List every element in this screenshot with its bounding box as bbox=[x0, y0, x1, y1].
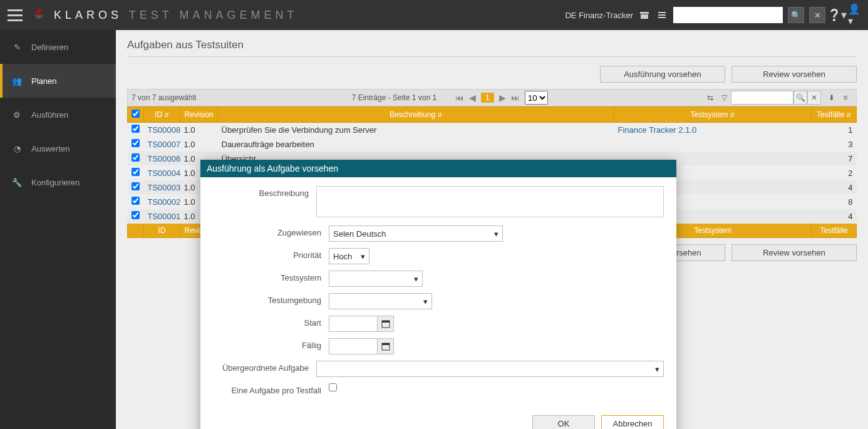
top-actions: Ausführung vorsehen Review vorsehen bbox=[127, 66, 857, 83]
next-page-icon[interactable]: ▶ bbox=[499, 93, 506, 103]
label-per-case: Eine Aufgabe pro Testfall bbox=[213, 383, 329, 395]
th-desc[interactable]: Beschreibung bbox=[218, 107, 614, 123]
cell-cases: 8 bbox=[812, 195, 857, 209]
th-check[interactable] bbox=[128, 107, 144, 123]
user-icon[interactable]: 👤▾ bbox=[848, 9, 860, 21]
chart-icon: ◔ bbox=[11, 143, 23, 154]
environment-select[interactable] bbox=[329, 293, 432, 309]
testsystem-link[interactable]: Finance Tracker 2.1.0 bbox=[618, 125, 697, 135]
users-icon: 👥 bbox=[11, 75, 23, 86]
svg-rect-7 bbox=[382, 321, 390, 323]
priority-select[interactable]: Hoch bbox=[329, 248, 369, 264]
sidebar-item-auswerten[interactable]: ◔ Auswerten bbox=[0, 132, 116, 165]
cell-cases: 3 bbox=[812, 137, 857, 152]
search-button[interactable]: 🔍 bbox=[788, 7, 804, 23]
testsuite-id-link[interactable]: TS00002 bbox=[148, 197, 181, 207]
label-start: Start bbox=[213, 316, 329, 328]
testsuite-id-link[interactable]: TS00003 bbox=[148, 183, 181, 192]
label-due: Fällig bbox=[213, 338, 329, 350]
assigned-select[interactable]: Selen Deutsch bbox=[329, 225, 503, 242]
ok-button[interactable]: OK bbox=[532, 415, 595, 429]
filter-icon[interactable]: ▽ bbox=[717, 91, 731, 105]
cell-revision: 1.0 bbox=[180, 123, 218, 137]
row-checkbox[interactable] bbox=[132, 211, 140, 219]
global-search-input[interactable] bbox=[673, 7, 783, 23]
label-description: Beschreibung bbox=[213, 186, 316, 198]
selection-count: 7 von 7 ausgewählt bbox=[132, 93, 196, 102]
svg-rect-2 bbox=[641, 14, 648, 19]
th-sys[interactable]: Testsystem bbox=[614, 107, 812, 123]
sidebar-item-ausfuehren[interactable]: ⚙ Ausführen bbox=[0, 98, 116, 132]
filter-clear-button[interactable]: ✕ bbox=[807, 91, 821, 105]
cancel-button[interactable]: Abbrechen bbox=[601, 415, 664, 429]
schedule-execution-modal: Ausführung als Aufgabe vorsehen Beschrei… bbox=[200, 160, 676, 429]
calendar-icon[interactable] bbox=[378, 316, 394, 332]
start-date-input[interactable] bbox=[329, 316, 378, 332]
th-id[interactable]: ID bbox=[144, 107, 180, 123]
testsuite-id-link[interactable]: TS00006 bbox=[148, 154, 181, 163]
columns-icon[interactable]: ≡ bbox=[839, 91, 852, 105]
help-icon[interactable]: ❔▾ bbox=[830, 9, 843, 21]
review-button-top[interactable]: Review vorsehen bbox=[731, 66, 857, 83]
sidebar: ✎ Definieren 👥 Planen ⚙ Ausführen ◔ Ausw… bbox=[0, 30, 116, 429]
sidebar-item-planen[interactable]: 👥 Planen bbox=[0, 64, 116, 98]
due-date-input[interactable] bbox=[329, 338, 378, 354]
svg-rect-5 bbox=[658, 17, 666, 18]
cell-cases: 7 bbox=[812, 152, 857, 166]
project-name: DE Finanz-Tracker bbox=[565, 11, 633, 20]
row-checkbox[interactable] bbox=[132, 182, 140, 190]
cell-desc: Daueraufträge bearbeiten bbox=[218, 137, 614, 152]
export-icon[interactable]: ⬇ bbox=[825, 91, 839, 105]
execute-button-top[interactable]: Ausführung vorsehen bbox=[600, 66, 725, 83]
page-size-select[interactable]: 10 bbox=[525, 91, 548, 105]
tree-icon[interactable]: ⇆ bbox=[703, 91, 717, 105]
sidebar-item-konfigurieren[interactable]: 🔧 Konfigurieren bbox=[0, 165, 116, 199]
cell-cases: 1 bbox=[812, 123, 857, 137]
parent-task-select[interactable] bbox=[316, 361, 664, 377]
cell-cases: 4 bbox=[812, 209, 857, 224]
table-toolbar: 7 von 7 ausgewählt 7 Einträge - Seite 1 … bbox=[127, 89, 857, 106]
app-title: KLAROS TEST MANAGEMENT bbox=[54, 9, 297, 22]
testsuite-id-link[interactable]: TS00004 bbox=[148, 168, 181, 178]
svg-rect-9 bbox=[382, 343, 390, 345]
row-checkbox[interactable] bbox=[132, 153, 140, 162]
first-page-icon[interactable]: ⏮ bbox=[455, 93, 464, 103]
description-input[interactable] bbox=[316, 186, 664, 217]
label-assigned: Zugewiesen bbox=[213, 225, 329, 237]
row-checkbox[interactable] bbox=[132, 125, 140, 133]
filter-search-button[interactable]: 🔍 bbox=[793, 91, 807, 105]
per-testcase-checkbox[interactable] bbox=[329, 383, 337, 391]
cell-cases: 4 bbox=[812, 180, 857, 195]
svg-rect-4 bbox=[658, 14, 666, 16]
label-priority: Priorität bbox=[213, 248, 329, 260]
row-checkbox[interactable] bbox=[132, 168, 140, 176]
menu-icon[interactable] bbox=[8, 8, 23, 23]
cell-revision: 1.0 bbox=[180, 137, 218, 152]
testsuite-id-link[interactable]: TS00007 bbox=[148, 140, 181, 149]
app-logo bbox=[30, 6, 48, 24]
filter-input[interactable] bbox=[731, 91, 793, 105]
table-row: TS00007 1.0 Daueraufträge bearbeiten 3 bbox=[128, 137, 857, 152]
sidebar-item-definieren[interactable]: ✎ Definieren bbox=[0, 30, 116, 64]
list-icon[interactable] bbox=[656, 9, 668, 21]
th-cases[interactable]: Testfälle bbox=[812, 107, 857, 123]
row-checkbox[interactable] bbox=[132, 139, 140, 147]
label-parent: Übergeordnete Aufgabe bbox=[213, 361, 316, 373]
gear-icon: ⚙ bbox=[11, 109, 23, 120]
th-revision[interactable]: Revision bbox=[180, 107, 218, 123]
calendar-icon[interactable] bbox=[378, 338, 394, 354]
prev-page-icon[interactable]: ◀ bbox=[469, 93, 476, 103]
testsuite-id-link[interactable]: TS00001 bbox=[148, 212, 181, 221]
row-checkbox[interactable] bbox=[132, 197, 140, 205]
cell-desc: Überprüfen Sie die Verbindung zum Server bbox=[218, 123, 614, 137]
clear-search-button[interactable]: ✕ bbox=[809, 7, 825, 23]
last-page-icon[interactable]: ⏭ bbox=[511, 93, 520, 103]
wrench-icon: 🔧 bbox=[11, 177, 23, 188]
modal-title: Ausführung als Aufgabe vorsehen bbox=[200, 160, 676, 177]
svg-point-0 bbox=[36, 9, 43, 16]
archive-icon[interactable] bbox=[638, 9, 651, 21]
review-button-bottom[interactable]: Review vorsehen bbox=[731, 244, 857, 261]
testsystem-select[interactable] bbox=[329, 271, 423, 287]
testsuite-id-link[interactable]: TS00008 bbox=[148, 125, 181, 135]
table-row: TS00008 1.0 Überprüfen Sie die Verbindun… bbox=[128, 123, 857, 137]
